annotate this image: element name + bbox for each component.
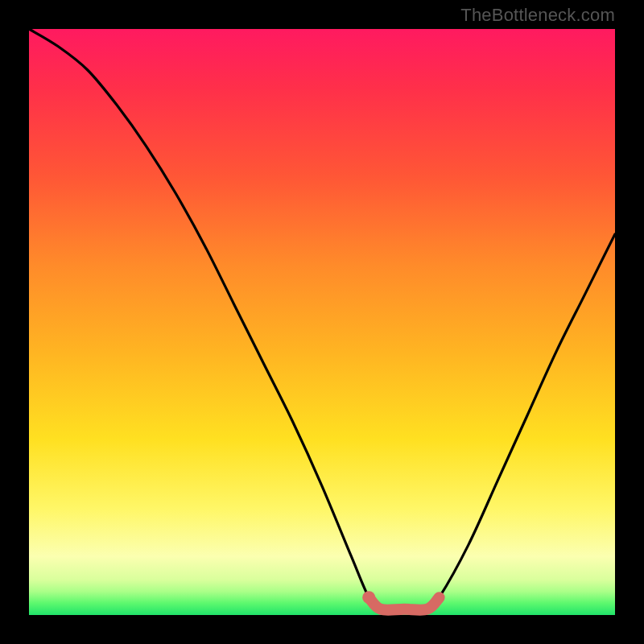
bottleneck-curve xyxy=(29,29,615,610)
chart-frame: TheBottleneck.com xyxy=(0,0,644,644)
chart-svg xyxy=(29,29,615,615)
optimal-marker-dot xyxy=(362,591,375,604)
optimal-zone-highlight xyxy=(369,597,439,610)
watermark: TheBottleneck.com xyxy=(460,5,615,26)
plot-area xyxy=(29,29,615,615)
